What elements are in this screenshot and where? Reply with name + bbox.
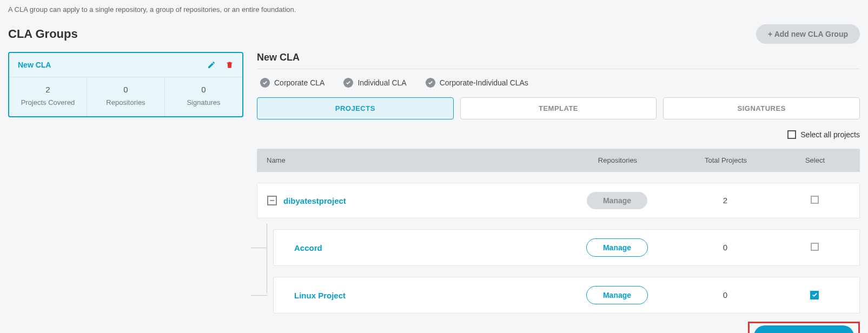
manage-button[interactable]: Manage: [587, 192, 647, 209]
table-row: Accord Manage 0: [273, 229, 860, 266]
project-name[interactable]: dibyatestproject: [283, 196, 346, 205]
row-checkbox[interactable]: [810, 291, 819, 299]
edit-icon[interactable]: [207, 61, 216, 69]
select-all-label: Select all projects: [800, 130, 860, 139]
header-select: Select: [780, 156, 850, 164]
projects-table: Name Repositories Total Projects Select …: [257, 149, 860, 314]
tabs: PROJECTS TEMPLATE SIGNATURES: [257, 97, 860, 119]
table-row: − dibyatestproject Manage 2: [257, 183, 860, 218]
cla-type-corporate-individual: Corporate-Individual CLAs: [426, 78, 528, 88]
update-cla-group-button[interactable]: Update CLA Group: [754, 325, 854, 333]
projects-count: 2: [723, 196, 727, 205]
sidebar: New CLA 2 Projects Covered 0 Re: [8, 52, 243, 333]
tab-signatures[interactable]: SIGNATURES: [663, 97, 860, 119]
manage-button[interactable]: Manage: [586, 286, 648, 304]
stat-repositories: 0 Repositories: [87, 77, 165, 116]
tab-projects[interactable]: PROJECTS: [257, 97, 454, 119]
project-name[interactable]: Accord: [294, 243, 322, 252]
group-card-title: New CLA: [18, 61, 51, 69]
cla-type-label: Corporate CLA: [274, 78, 324, 87]
stat-label: Signatures: [169, 98, 238, 106]
check-circle-icon: [426, 78, 435, 88]
header-repositories: Repositories: [564, 156, 672, 164]
select-all-row[interactable]: Select all projects: [257, 130, 860, 139]
header-total-projects: Total Projects: [672, 156, 780, 164]
highlight-annotation: Update CLA Group: [748, 322, 860, 333]
project-name[interactable]: Linux Project: [294, 291, 346, 300]
stat-value: 0: [169, 85, 238, 94]
page-description: A CLA group can apply to a single reposi…: [8, 5, 860, 14]
cla-type-corporate: Corporate CLA: [260, 78, 324, 88]
stat-value: 2: [14, 85, 82, 94]
stat-signatures: 0 Signatures: [165, 77, 242, 116]
cla-type-individual: Individual CLA: [343, 78, 406, 88]
check-circle-icon: [260, 78, 270, 88]
manage-button[interactable]: Manage: [586, 238, 648, 257]
check-circle-icon: [343, 78, 353, 88]
add-cla-group-button[interactable]: + Add new CLA Group: [756, 24, 860, 44]
cla-types-row: Corporate CLA Individual CLA Corporate-I…: [257, 78, 860, 88]
stat-label: Repositories: [91, 98, 160, 106]
header-name: Name: [267, 156, 564, 164]
delete-icon[interactable]: [226, 61, 234, 69]
page-title: CLA Groups: [8, 27, 78, 41]
select-all-checkbox[interactable]: [787, 130, 796, 139]
projects-count: 0: [723, 290, 727, 299]
stat-projects-covered: 2 Projects Covered: [9, 77, 87, 116]
main-content: New CLA Corporate CLA Individual CLA Cor…: [257, 52, 860, 333]
collapse-icon[interactable]: −: [267, 196, 277, 205]
row-checkbox[interactable]: [811, 196, 819, 204]
cla-type-label: Individual CLA: [357, 78, 406, 87]
projects-count: 0: [723, 243, 727, 252]
table-row: Linux Project Manage 0: [273, 277, 860, 314]
tab-template[interactable]: TEMPLATE: [460, 97, 657, 119]
table-header: Name Repositories Total Projects Select: [257, 149, 860, 172]
row-checkbox[interactable]: [811, 243, 819, 251]
cla-type-label: Corporate-Individual CLAs: [440, 78, 528, 87]
stat-value: 0: [91, 85, 160, 94]
section-title: New CLA: [257, 52, 860, 69]
stat-label: Projects Covered: [14, 98, 82, 106]
cla-group-card[interactable]: New CLA 2 Projects Covered 0 Re: [8, 52, 243, 117]
